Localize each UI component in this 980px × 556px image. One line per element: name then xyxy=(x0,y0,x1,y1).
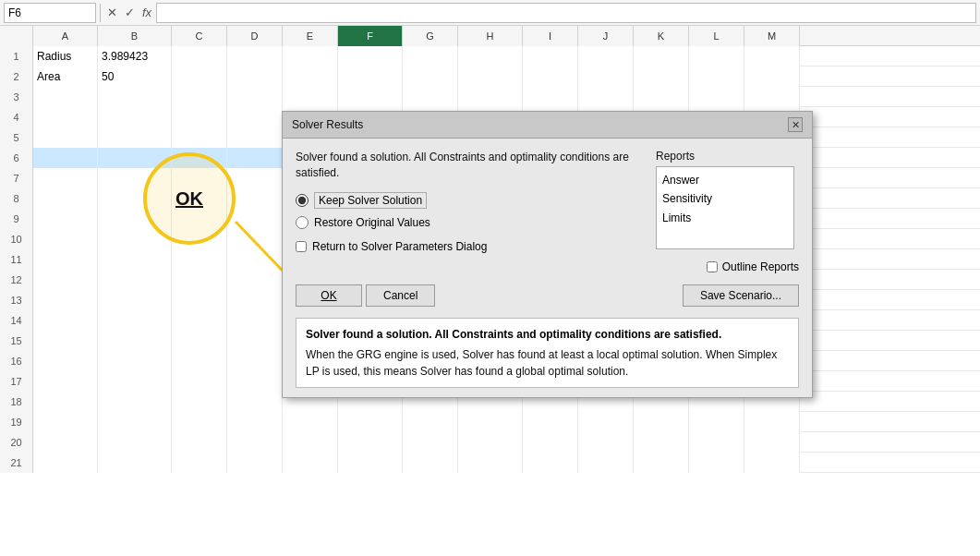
cell-f21[interactable] xyxy=(338,453,403,473)
cell-c1[interactable] xyxy=(172,46,227,66)
cell-m2[interactable] xyxy=(744,66,800,87)
cell-m3[interactable] xyxy=(744,87,800,107)
cell-c16[interactable] xyxy=(172,351,227,371)
cell-i1[interactable] xyxy=(523,46,578,66)
cell-a20[interactable] xyxy=(33,432,98,453)
cell-b12[interactable] xyxy=(98,270,172,290)
cell-j20[interactable] xyxy=(578,432,634,453)
cell-e3[interactable] xyxy=(283,87,338,107)
cell-d13[interactable] xyxy=(227,290,283,310)
cell-b17[interactable] xyxy=(98,371,172,392)
cell-j1[interactable] xyxy=(578,46,634,66)
cell-m21[interactable] xyxy=(744,453,800,473)
cell-k21[interactable] xyxy=(634,453,689,473)
cell-b2[interactable]: 50 xyxy=(98,66,172,87)
confirm-formula-icon[interactable]: ✓ xyxy=(122,6,138,19)
cell-b11[interactable] xyxy=(98,249,172,270)
cell-d16[interactable] xyxy=(227,351,283,371)
cell-l3[interactable] xyxy=(689,87,744,107)
col-header-m[interactable]: M xyxy=(744,26,800,46)
cell-d19[interactable] xyxy=(227,412,283,432)
cell-h2[interactable] xyxy=(458,66,523,87)
cell-b14[interactable] xyxy=(98,310,172,331)
cell-h1[interactable] xyxy=(458,46,523,66)
cell-i20[interactable] xyxy=(523,432,578,453)
cell-a4[interactable] xyxy=(33,107,98,127)
cell-d11[interactable] xyxy=(227,249,283,270)
cell-c15[interactable] xyxy=(172,331,227,351)
cell-a15[interactable] xyxy=(33,331,98,351)
cell-a12[interactable] xyxy=(33,270,98,290)
cell-g3[interactable] xyxy=(403,87,458,107)
cell-c14[interactable] xyxy=(172,310,227,331)
cell-c20[interactable] xyxy=(172,432,227,453)
cell-b1[interactable]: 3.989423 xyxy=(98,46,172,66)
report-answer[interactable]: Answer xyxy=(660,171,790,189)
cell-a5[interactable] xyxy=(33,127,98,148)
cell-g2[interactable] xyxy=(403,66,458,87)
cell-k20[interactable] xyxy=(634,432,689,453)
cell-g20[interactable] xyxy=(403,432,458,453)
reports-list[interactable]: Answer Sensitivity Limits xyxy=(656,166,794,249)
cell-b4[interactable] xyxy=(98,107,172,127)
cell-f19[interactable] xyxy=(338,412,403,432)
cell-c4[interactable] xyxy=(172,107,227,127)
radio-restore-input[interactable] xyxy=(296,216,309,229)
cell-a18[interactable] xyxy=(33,392,98,412)
cell-c12[interactable] xyxy=(172,270,227,290)
col-header-c[interactable]: C xyxy=(172,26,227,46)
cell-c13[interactable] xyxy=(172,290,227,310)
cell-a2[interactable]: Area xyxy=(33,66,98,87)
cell-d2[interactable] xyxy=(227,66,283,87)
report-limits[interactable]: Limits xyxy=(660,209,790,227)
cell-h20[interactable] xyxy=(458,432,523,453)
cell-c17[interactable] xyxy=(172,371,227,392)
cell-c21[interactable] xyxy=(172,453,227,473)
cell-d18[interactable] xyxy=(227,392,283,412)
cell-c3[interactable] xyxy=(172,87,227,107)
cell-l21[interactable] xyxy=(689,453,744,473)
radio-keep-input[interactable] xyxy=(296,194,309,207)
col-header-a[interactable]: A xyxy=(33,26,98,46)
col-header-g[interactable]: G xyxy=(403,26,458,46)
cell-i19[interactable] xyxy=(523,412,578,432)
cell-a14[interactable] xyxy=(33,310,98,331)
cell-m19[interactable] xyxy=(744,412,800,432)
cell-b21[interactable] xyxy=(98,453,172,473)
col-header-h[interactable]: H xyxy=(458,26,523,46)
cancel-button[interactable]: Cancel xyxy=(366,284,435,307)
cell-a9[interactable] xyxy=(33,209,98,229)
cell-g19[interactable] xyxy=(403,412,458,432)
cell-e2[interactable] xyxy=(283,66,338,87)
cell-b20[interactable] xyxy=(98,432,172,453)
cell-f20[interactable] xyxy=(338,432,403,453)
insert-function-icon[interactable]: fx xyxy=(139,6,154,19)
cell-j3[interactable] xyxy=(578,87,634,107)
cell-c11[interactable] xyxy=(172,249,227,270)
col-header-d[interactable]: D xyxy=(227,26,283,46)
cell-a16[interactable] xyxy=(33,351,98,371)
ok-button[interactable]: OK xyxy=(296,284,362,307)
radio-keep-solver[interactable]: Keep Solver Solution xyxy=(296,192,647,209)
cell-a3[interactable] xyxy=(33,87,98,107)
cell-d10[interactable] xyxy=(227,229,283,249)
return-to-solver-checkbox[interactable] xyxy=(296,241,307,252)
cell-b5[interactable] xyxy=(98,127,172,148)
cell-d8[interactable] xyxy=(227,188,283,209)
cell-f1[interactable] xyxy=(338,46,403,66)
cell-l2[interactable] xyxy=(689,66,744,87)
col-header-j[interactable]: J xyxy=(578,26,634,46)
cell-a6[interactable] xyxy=(33,148,98,168)
col-header-e[interactable]: E xyxy=(283,26,338,46)
cell-c5[interactable] xyxy=(172,127,227,148)
cell-e21[interactable] xyxy=(283,453,338,473)
cell-k19[interactable] xyxy=(634,412,689,432)
cancel-formula-icon[interactable]: ✕ xyxy=(104,6,120,19)
cell-c19[interactable] xyxy=(172,412,227,432)
cell-k2[interactable] xyxy=(634,66,689,87)
cell-a19[interactable] xyxy=(33,412,98,432)
cell-d5[interactable] xyxy=(227,127,283,148)
cell-d3[interactable] xyxy=(227,87,283,107)
cell-k3[interactable] xyxy=(634,87,689,107)
col-header-k[interactable]: K xyxy=(634,26,689,46)
